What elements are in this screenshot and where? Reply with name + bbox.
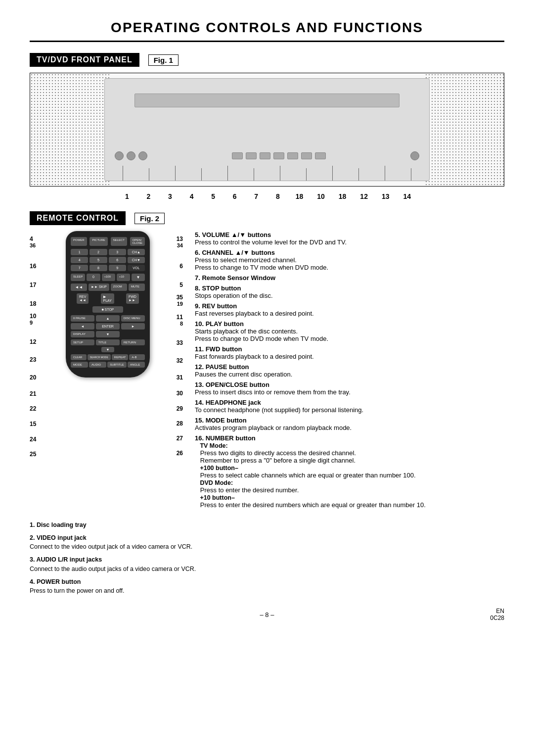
num-8-btn[interactable]: 8 [89, 265, 107, 271]
device-headphone-jack [410, 151, 419, 160]
desc-body-8: Stops operation of the disc. [195, 292, 273, 299]
left-label-20: 20 [30, 369, 57, 386]
center-device [104, 78, 430, 181]
bottom-title-2: 2. VIDEO input jack [30, 534, 87, 541]
disc-menu-btn[interactable]: DISC MENU [121, 315, 145, 322]
desc-item-11: 11. FWD button Fast forwards playback to… [195, 345, 504, 360]
desc-item-5: 5. VOLUME ▲/▼ buttons Press to control t… [195, 231, 504, 246]
right-label-32: 32 [177, 352, 183, 370]
subtitle-btn[interactable]: SUBTITLE [107, 362, 127, 368]
dot-pattern-left [30, 73, 109, 186]
desc-body-9: Fast reverses playback to a desired poin… [195, 310, 314, 317]
right-label-11-8: 118 [177, 314, 183, 334]
section2-header-bar: REMOTE CONTROL Fig. 2 [30, 211, 504, 225]
num-4-btn[interactable]: 4 [71, 257, 88, 263]
nav-up-btn[interactable]: ▲ [96, 315, 120, 322]
setup-row: SETUP TITLE RETURN [71, 339, 145, 345]
rev-btn[interactable]: REV◄◄ [77, 293, 89, 304]
bottom-body-2: Connect to the video output jack of a vi… [30, 543, 192, 550]
fwd-btn[interactable]: FWD►► [126, 293, 139, 304]
audio-btn[interactable]: AUDIO [89, 362, 106, 368]
stop-row: ■ STOP [71, 306, 145, 313]
desc-body-10btn: Press to enter the desired numbers which… [195, 501, 426, 509]
connector-line-3 [175, 166, 176, 181]
desc-body-dvd: Press to enter the desired number. [195, 486, 299, 494]
desc-title-14: 14. HEADPHONE jack [195, 399, 261, 406]
desc-item-6: 6. CHANNEL ▲/▼ buttons Press to select m… [195, 249, 504, 271]
left-labels-col: 436 16 17 18 109 12 23 20 21 22 15 24 25 [30, 236, 57, 462]
return-btn[interactable]: RETURN [121, 339, 145, 345]
remote-full-wrap: 436 16 17 18 109 12 23 20 21 22 15 24 25… [30, 231, 504, 512]
stop-btn[interactable]: ■ STOP [92, 306, 123, 313]
clear-btn[interactable]: CLEAR [71, 354, 87, 360]
bottom-desc-spacer [274, 520, 504, 599]
desc-title-10: 10. PLAY button [195, 320, 244, 328]
fp-num-18a: 18 [289, 192, 311, 200]
nav-bottom-row: DISPLAY ▼ [71, 331, 145, 337]
power-btn[interactable]: POWER [71, 237, 87, 246]
skip-fwd-btn[interactable]: ►► SKIP [89, 284, 109, 291]
angle-btn[interactable]: ANGLE [128, 362, 145, 368]
pause-btn[interactable]: II PAUSE [71, 315, 94, 322]
desc-title-13: 13. OPEN/CLOSE button [195, 381, 269, 388]
right-label-30: 30 [177, 385, 183, 401]
desc-item-13: 13. OPEN/CLOSE button Press to insert di… [195, 381, 504, 396]
skip-back-btn[interactable]: ◄◄ [71, 284, 87, 291]
num-9-btn[interactable]: 9 [109, 265, 126, 271]
desc-title-9: 9. REV button [195, 302, 237, 310]
display-btn[interactable]: DISPLAY [71, 331, 94, 337]
setup-btn[interactable]: SETUP [71, 339, 94, 345]
left-label-24: 24 [30, 432, 57, 447]
remote-top-row: POWER PICTURE SELECT OPEN/CLOSE [71, 237, 145, 246]
num-3-btn[interactable]: 3 [109, 249, 126, 255]
fp-num-3: 3 [159, 192, 181, 200]
remote-body-wrap: POWER PICTURE SELECT OPEN/CLOSE 1 2 3 CH… [58, 231, 157, 378]
ch-up-btn[interactable]: CH▲ [128, 249, 145, 255]
picture-btn[interactable]: PICTURE [89, 237, 107, 246]
enter-btn[interactable]: ENTER [96, 323, 120, 330]
open-close-btn[interactable]: OPEN/CLOSE [130, 237, 145, 246]
device-controls-row [115, 150, 419, 162]
searchmode-btn[interactable]: SEARCH MODE [88, 354, 111, 360]
nav-right-btn[interactable]: ► [121, 323, 145, 330]
bottom-desc-2: 2. VIDEO input jack Connect to the video… [30, 533, 260, 551]
zoom-btn[interactable]: ZOOM [111, 284, 127, 291]
play-btn[interactable]: ▶PLAY [101, 293, 114, 304]
num-0-btn[interactable]: 0 [87, 274, 100, 281]
right-label-6: 6 [179, 257, 183, 276]
title-btn[interactable]: TITLE [96, 339, 120, 345]
fp-num-2: 2 [138, 192, 160, 200]
left-label-23: 23 [30, 351, 57, 369]
plus100-btn[interactable]: +100 [102, 274, 115, 281]
mode-btn[interactable]: MODE [71, 362, 88, 368]
select-btn[interactable]: SELECT [111, 237, 127, 246]
nav-down-btn[interactable]: ▼ [96, 331, 120, 337]
front-panel-numbers: 1 2 3 4 5 6 7 8 18 10 18 12 13 14 [30, 191, 504, 201]
connector-line-7 [280, 166, 280, 181]
num-5-btn[interactable]: 5 [89, 257, 107, 263]
connector-line-6 [254, 168, 254, 181]
repeat-btn[interactable]: REPEAT [112, 354, 129, 360]
remote-diagram-col: 436 16 17 18 109 12 23 20 21 22 15 24 25… [30, 231, 183, 512]
plus10-btn[interactable]: +10 [117, 274, 130, 281]
num-7-btn[interactable]: 7 [71, 265, 88, 271]
ab-btn[interactable]: A-B [129, 354, 145, 360]
num-2-btn[interactable]: 2 [89, 249, 107, 255]
vol-down-btn[interactable]: ▼ [132, 274, 145, 281]
device-btn-1 [232, 152, 243, 159]
connector-line-12 [411, 168, 411, 181]
right-label-33: 33 [177, 334, 183, 352]
section1-fig: Fig. 1 [148, 54, 178, 66]
section1-header: TV/DVD FRONT PANEL [30, 53, 139, 67]
num-6-btn[interactable]: 6 [109, 257, 126, 263]
ch-down-btn[interactable]: CH▼ [128, 257, 145, 263]
extra-down-btn[interactable]: ▼ [101, 347, 115, 352]
connector-line-4 [201, 168, 202, 181]
nav-left-btn[interactable]: ◄ [71, 323, 94, 330]
sleep-row: SLEEP 0 +100 +10 ▼ [71, 274, 145, 281]
mute-btn[interactable]: MUTE [129, 284, 145, 291]
connector-line-11 [385, 166, 385, 181]
num-1-btn[interactable]: 1 [71, 249, 88, 255]
bottom-body-3: Connect to the audio output jacks of a v… [30, 566, 196, 572]
sleep-btn[interactable]: SLEEP [71, 274, 85, 281]
